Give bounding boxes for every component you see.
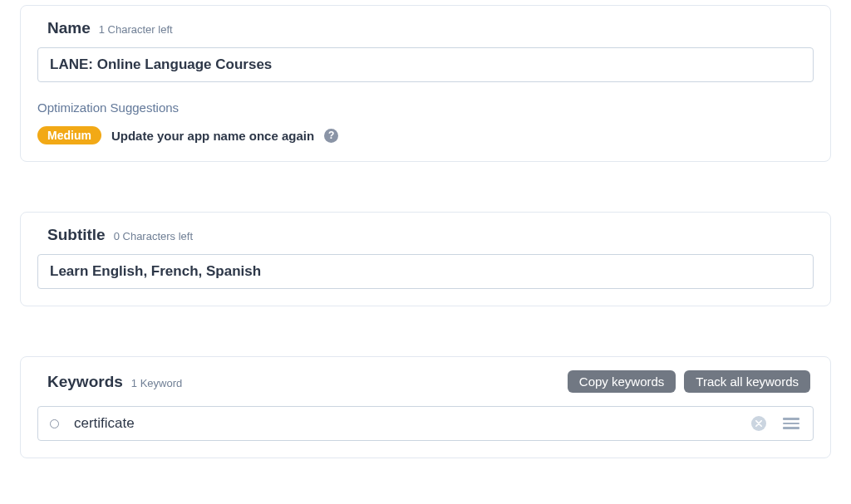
keywords-title: Keywords bbox=[47, 373, 123, 391]
remove-keyword-icon[interactable] bbox=[751, 416, 766, 431]
help-icon[interactable]: ? bbox=[324, 129, 338, 143]
subtitle-card: Subtitle 0 Characters left bbox=[20, 212, 831, 306]
subtitle-input[interactable] bbox=[37, 254, 814, 289]
keywords-count: 1 Keyword bbox=[131, 377, 182, 389]
name-card: Name 1 Character left Optimization Sugge… bbox=[20, 5, 831, 162]
subtitle-header: Subtitle 0 Characters left bbox=[37, 226, 814, 244]
keywords-buttons: Copy keywords Track all keywords bbox=[568, 370, 810, 393]
name-char-left: 1 Character left bbox=[99, 23, 173, 36]
subtitle-char-left: 0 Characters left bbox=[114, 230, 193, 242]
keyword-row: certificate bbox=[37, 406, 814, 441]
keyword-radio[interactable] bbox=[50, 419, 59, 428]
subtitle-title: Subtitle bbox=[47, 226, 106, 244]
name-header: Name 1 Character left bbox=[37, 19, 814, 37]
suggestion-text: Update your app name once again bbox=[111, 129, 314, 143]
name-title: Name bbox=[47, 19, 91, 37]
suggestion-row: Medium Update your app name once again ? bbox=[37, 126, 814, 144]
keywords-header: Keywords 1 Keyword Copy keywords Track a… bbox=[37, 370, 814, 393]
keywords-card: Keywords 1 Keyword Copy keywords Track a… bbox=[20, 356, 831, 458]
keyword-text: certificate bbox=[74, 415, 736, 432]
suggestion-badge-medium: Medium bbox=[37, 126, 101, 144]
name-input[interactable] bbox=[37, 47, 814, 82]
optimization-suggestions-label: Optimization Suggestions bbox=[37, 100, 814, 115]
copy-keywords-button[interactable]: Copy keywords bbox=[568, 370, 676, 393]
track-all-keywords-button[interactable]: Track all keywords bbox=[684, 370, 810, 393]
keywords-header-left: Keywords 1 Keyword bbox=[47, 373, 182, 391]
drag-handle-icon[interactable] bbox=[781, 416, 801, 431]
